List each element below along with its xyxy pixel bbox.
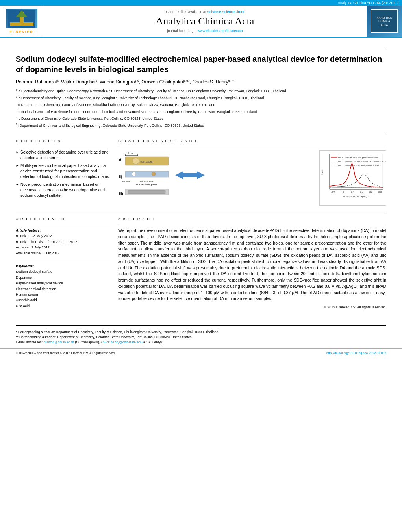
svg-marker-22 [175,171,205,179]
keyword-7: Uric acid [16,303,110,309]
keyword-2: Dopamine [16,275,110,280]
svg-text:DA 80 μM with SDS and preconce: DA 80 μM with SDS and preconcentration [338,156,378,159]
keywords-container: Keywords: Sodium dodecyl sulfate Dopamin… [16,263,110,309]
issn-text: 0003-2670/$ – see front matter © 2012 El… [16,351,115,355]
svg-point-17 [152,172,156,176]
svg-text:1st hole: 1st hole [122,180,131,183]
svg-rect-21 [128,190,165,194]
highlight-item-1: Selective detection of dopamine over uri… [16,150,110,161]
abstract-text: We report the development of an electroc… [118,228,386,302]
svg-rect-23 [330,154,383,189]
abstract-column: A B S T R A C T We report the developmen… [118,217,386,309]
svg-text:iii): iii) [119,192,123,196]
authors: Poomrat Rattanarata, Wijitar Dungchaib, … [16,79,386,85]
article-info-column: A R T I C L E I N F O Article history: R… [16,217,110,309]
svg-text:1 μA: 1 μA [321,170,323,175]
email2-owner: (C.S. Henry). [143,340,163,344]
received-date: Received 23 May 2012 [16,233,110,239]
graphical-abstract-content: i) ii) iii) 1 cm filter paper [118,150,386,206]
corresponding-2: ** Corresponding author at: Department o… [16,335,386,340]
journal-homepage: journal homepage: www.elsevier.com/locat… [167,29,243,33]
aca-logo: ANALYTICACHIMICAACTA [371,9,398,33]
svg-rect-14 [125,171,169,177]
graphical-abstract-label: G R A P H I C A L A B S T R A C T [118,139,386,143]
svg-text:0.8: 0.8 [378,191,382,193]
keywords-list: Sodium dodecyl sulfate Dopamine Paper-ba… [16,269,110,309]
graphical-abstract-column: G R A P H I C A L A B S T R A C T i) ii)… [118,139,386,206]
sciverse-prefix: Contents lists available at [166,10,207,14]
journal-header: ELSEVIER Contents lists available at Sci… [0,6,402,38]
info-abstract-section: A R T I C L E I N F O Article history: R… [16,217,386,309]
elsevier-logo-box [6,9,37,28]
homepage-prefix: journal homepage: [167,29,197,33]
svg-text:ii): ii) [119,175,122,179]
article-history: Article history: Received 23 May 2012 Re… [16,228,110,256]
svg-rect-3 [10,22,33,26]
footer-bottom: 0003-2670/$ – see front matter © 2012 El… [0,348,402,357]
keyword-4: Electrochemical detection [16,286,110,292]
sciverse-link[interactable]: SciVerse ScienceDirect [207,10,244,14]
affiliation-d: d d National Center of Excellence for Pe… [16,109,386,115]
email-2[interactable]: chuck.henry@colostate.edu [101,340,143,344]
elsevier-logo: ELSEVIER [0,6,43,37]
highlights-graphical-section: H I G H L I G H T S Selective detection … [16,139,386,206]
svg-text:-0.2: -0.2 [331,191,335,193]
svg-text:0.2: 0.2 [351,191,355,193]
svg-text:2nd hole with: 2nd hole with [139,180,153,183]
doi-link[interactable]: http://dx.doi.org/10.1016/j.aca.2012.07.… [326,351,386,355]
affiliation-f: f f Department of Chemical and Biologica… [16,122,386,129]
online-date: Available online 8 July 2012 [16,250,110,256]
email-line: E-mail addresses: orawon@chula.ac.th (O.… [16,340,386,345]
abstract-label: A B S T R A C T [118,217,386,221]
svg-text:0.6: 0.6 [369,191,373,193]
article-info-label: A R T I C L E I N F O [16,217,110,221]
journal-citation: Analytica Chimica Acta 744 (2012) 1–7 [0,0,402,6]
highlight-item-2: Multilayer electrochemical paper-based a… [16,163,110,180]
corresponding-1: * Corresponding author at: Department of… [16,330,386,335]
copyright: © 2012 Elsevier B.V. All rights reserved… [118,305,386,309]
svg-point-15 [132,172,136,176]
svg-point-12 [133,158,139,164]
affiliations: a a Electrochemistry and Optical Spectro… [16,88,386,128]
homepage-link[interactable]: www.elsevier.com/locate/aca [198,29,243,33]
journal-center: Contents lists available at SciVerse Sci… [43,6,367,37]
svg-text:0: 0 [343,191,344,193]
history-label: Article history: [16,228,110,233]
svg-text:filter paper: filter paper [140,160,153,163]
aca-logo-container: ANALYTICACHIMICAACTA [367,6,402,37]
affiliation-c: c c Department of Chemistry, Faculty of … [16,102,386,108]
sciverse-line: Contents lists available at SciVerse Sci… [166,10,244,14]
article-content: Sodium dodecyl sulfate-modified electroc… [0,38,402,317]
page: Analytica Chimica Acta 744 (2012) 1–7 EL… [0,0,402,532]
svg-text:0.4: 0.4 [360,191,364,193]
svg-text:DA 80 μM without SDS and preco: DA 80 μM without SDS and preconcentratio… [338,164,381,167]
svg-text:Potential (V) vs. Ag/AgCl: Potential (V) vs. Ag/AgCl [343,195,369,198]
svg-text:DA 80 μM with preconcentration: DA 80 μM with preconcentration and witho… [338,160,386,163]
journal-title: Analytica Chimica Acta [156,15,254,27]
ga-chart: DA 80 μM with SDS and preconcentration D… [319,150,386,206]
affiliation-b: b b Department of Chemistry, Faculty of … [16,95,386,101]
revised-date: Received in revised form 20 June 2012 [16,239,110,245]
email1-owner: (O. Chailapakul), [75,340,100,344]
highlights-list: Selective detection of dopamine over uri… [16,150,110,198]
highlights-column: H I G H L I G H T S Selective detection … [16,139,110,206]
keyword-5: Human serum [16,292,110,297]
keywords-label: Keywords: [16,263,110,269]
affiliation-e: e e Department of Chemistry, Colorado St… [16,115,386,122]
svg-text:i): i) [119,158,121,161]
article-title: Sodium dodecyl sulfate-modified electroc… [16,54,386,74]
keyword-3: Paper-based analytical device [16,280,110,286]
aca-logo-text: ANALYTICACHIMICAACTA [376,15,393,27]
affiliation-a: a a Electrochemistry and Optical Spectro… [16,88,386,94]
svg-text:SDS-modified paper: SDS-modified paper [136,184,157,186]
keywords-section: Keywords: Sodium dodecyl sulfate Dopamin… [16,260,110,309]
email-1[interactable]: orawon@chula.ac.th [43,340,74,344]
svg-text:1 cm: 1 cm [128,152,133,155]
footer-notes: * Corresponding author at: Department of… [0,317,402,348]
highlight-item-3: Novel preconcentration mechanism based o… [16,182,110,198]
citation-text: Analytica Chimica Acta 744 (2012) 1–7 [338,1,399,5]
email-label: E-mail addresses: [16,340,43,344]
ga-diagram: i) ii) iii) 1 cm filter paper [118,150,315,206]
keyword-1: Sodium dodecyl sulfate [16,269,110,274]
keyword-6: Ascorbic acid [16,297,110,303]
